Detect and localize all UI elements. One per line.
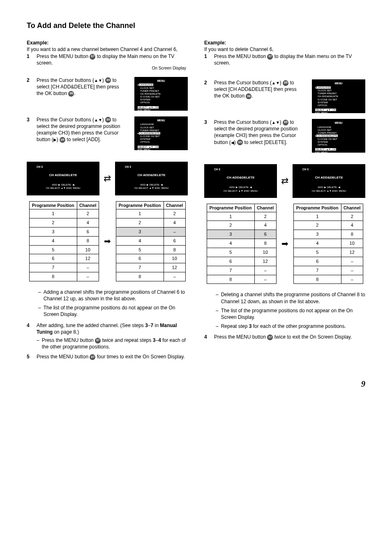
osd-footer: SELECT : ▲▼ , OK: [315, 148, 336, 151]
osd-item: OPTION: [138, 101, 184, 104]
table-cell: 8: [29, 272, 77, 281]
osd-title: MENU: [315, 121, 362, 125]
table-cell: 8: [293, 275, 341, 284]
text: Press the Cursor buttons (: [37, 117, 94, 123]
ch-label: CH 3: [125, 165, 185, 169]
table-row: 8–: [29, 272, 99, 281]
text: Press the MENU button: [214, 334, 267, 340]
text: ): [280, 80, 283, 86]
table-cell: 6: [254, 230, 276, 239]
step-3-row: 3 Press the Cursor buttons (▲▼) 35 to se…: [204, 119, 365, 153]
text: Press the Cursor buttons (: [214, 119, 272, 125]
text: –: [148, 323, 151, 328]
table-cell: 10: [254, 248, 276, 257]
table-row: 24: [293, 221, 363, 230]
table-row: 46: [116, 236, 185, 245]
right-arrow-icon: ➡: [104, 236, 111, 247]
ch-osd-before: CH 3 CH ADD&DELETE ADD: ▶ DELETE: ◀ CH S…: [204, 164, 277, 198]
step-4: 4 Press the MENU button 37 twice to exit…: [204, 334, 365, 340]
table-cell: 1: [29, 209, 77, 218]
ch-title: CH ADD&DELETE: [207, 175, 274, 180]
osd-item: CH ADD&DELETE: [315, 95, 362, 98]
osd-item: CH ADD&DELETE: [139, 132, 160, 135]
text: in: [153, 323, 160, 328]
text: Press the MENU button: [37, 354, 90, 360]
ch-osd-after: CH 3 CH ADD&DELETE ADD: ▶ DELETE: ◀ CH S…: [293, 164, 365, 198]
step-2-row: 2 Press the Cursor buttons (▲▼) 35 to se…: [204, 79, 365, 113]
table-row: 612: [207, 257, 276, 266]
osd-item: CH ADD&DELETE: [316, 135, 338, 137]
add-notes: –Adding a channel shifts the programme p…: [38, 289, 188, 318]
table-row: 6–: [293, 257, 363, 266]
step-1: 1 Press the MENU button 37 to display th…: [204, 53, 365, 66]
table-cell: –: [164, 227, 185, 236]
ref-icon: 35: [283, 120, 288, 125]
ref-icon: 35: [283, 80, 288, 86]
table-cell: 12: [164, 263, 185, 272]
up-down-icon: ▲▼: [272, 81, 280, 85]
table-row: 512: [293, 248, 363, 257]
table-cell: 5: [293, 248, 341, 257]
table-cell: 2: [207, 221, 254, 230]
ch-footer: ADD: ▶ DELETE: ◀ CH SELECT: ▲▼ END: MENU: [207, 186, 274, 193]
note: Repeat step: [221, 323, 249, 329]
osd-item: SYSTEM: [138, 98, 184, 101]
up-down-icon: ▲▼: [272, 120, 280, 125]
step-4: 4 After adding, tune the added channel. …: [27, 322, 188, 351]
table-cell: 10: [341, 239, 363, 248]
up-down-icon: ▲▼: [94, 78, 102, 83]
add-table-after: Programme PositionChannel12243–465861071…: [116, 201, 186, 281]
ch-osd-row: CH 3 CH ADD&DELETE ADD: ▶ DELETE: ◀ CH S…: [27, 162, 188, 195]
table-cell: 12: [77, 254, 99, 263]
table-cell: 5: [29, 245, 77, 254]
text: to select [ADD].: [65, 137, 101, 142]
table-row: 7–: [207, 266, 276, 275]
ch-title: CH ADD&DELETE: [29, 173, 97, 177]
table-cell: 6: [29, 254, 77, 263]
table-cell: 2: [116, 218, 164, 227]
osd-item: TUNER PRESET: [315, 92, 362, 95]
table-cell: 8: [116, 272, 164, 281]
table-cell: 6: [207, 257, 254, 266]
ref-icon: 36: [246, 93, 251, 99]
table-row: 48: [207, 239, 276, 248]
ch-footer: ADD: ▶ DELETE: ◀ CH SELECT: ▲▼ END: MENU: [29, 183, 97, 190]
osd-item: TUNER PRESET: [138, 90, 184, 93]
text: on page 8.): [53, 329, 79, 335]
table-cell: 2: [254, 212, 276, 221]
table-cell: –: [254, 266, 276, 275]
osd-footer: SELECT : ▲▼ , OK: [315, 109, 336, 111]
osd-item: CLOCK SET: [315, 89, 362, 92]
text: twice and repeat steps: [101, 337, 153, 343]
table-row: 410: [293, 239, 363, 248]
right-icon: ▶: [53, 137, 57, 142]
ref-icon: 35: [105, 117, 111, 123]
ref-icon: 36: [68, 91, 74, 97]
table-cell: –: [341, 266, 363, 275]
double-arrow-icon: ⇄: [281, 175, 288, 187]
text: ): [102, 117, 105, 123]
ch-osd-after: CH 3 CH ADD&DELETE ADD: ▶ DELETE: ◀ CH S…: [115, 162, 188, 195]
add-table-before: Programme PositionChannel122436485106127…: [29, 201, 99, 281]
osd-footer: SELECT : ▲▼ , OK: [138, 106, 159, 109]
table-cell: 6: [164, 236, 185, 245]
table-row: 8–: [293, 275, 363, 284]
ref-icon: 37: [95, 338, 101, 344]
text: for each of the other programme position…: [251, 323, 346, 329]
osd-menu-language: MENU ▸LANGUAGE CLOCK SET TUNER PRESET CH…: [312, 79, 365, 113]
table-cell: 2: [164, 209, 185, 218]
table-row: 12: [29, 209, 99, 218]
osd-item: LANGUAGE: [316, 86, 331, 89]
table-row: 8–: [207, 275, 276, 284]
text: to select [DELETE].: [243, 139, 287, 145]
table-row: 712: [116, 263, 185, 272]
table-row: 612: [29, 254, 99, 263]
osd-footer: END :MENU: [315, 151, 328, 153]
osd-footer: END :MENU: [138, 148, 150, 151]
table-cell: 8: [77, 236, 99, 245]
table-cell: –: [164, 272, 185, 281]
osd-item: LANGUAGE: [138, 123, 184, 126]
osd-item: OPTION: [315, 104, 362, 107]
table-cell: 4: [293, 239, 341, 248]
table-cell: 6: [77, 227, 99, 236]
